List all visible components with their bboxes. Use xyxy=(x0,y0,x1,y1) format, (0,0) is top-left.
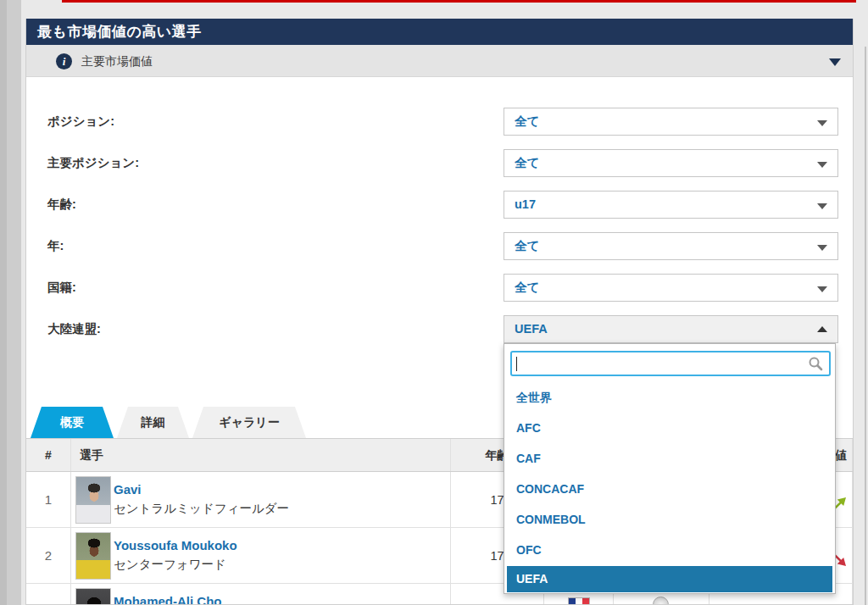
year-select-value: 全て xyxy=(504,233,837,259)
header-player: 選手 xyxy=(71,439,450,471)
main-position-select[interactable]: 全て xyxy=(504,149,838,177)
dropdown-search-box[interactable] xyxy=(510,351,831,376)
header-rank: # xyxy=(26,439,71,471)
player-age: 17 xyxy=(490,549,504,563)
flag-france-icon xyxy=(568,597,590,605)
info-bar-label: 主要市場価値 xyxy=(81,45,153,77)
tab-gallery[interactable]: ギャラリー xyxy=(192,407,306,438)
position-select-value: 全て xyxy=(504,108,837,135)
filter-label-age: 年齢: xyxy=(47,191,319,219)
confederation-dropdown: 全世界 AFC CAF CONCACAF CONMEBOL OFC UEFA xyxy=(504,343,836,594)
tab-detail[interactable]: 詳細 xyxy=(117,407,189,438)
chevron-down-icon xyxy=(817,286,827,292)
filter-label-confederation: 大陸連盟: xyxy=(47,315,319,343)
nationality-select-value: 全て xyxy=(504,275,837,301)
chevron-down-icon xyxy=(817,245,827,251)
confederation-select-value: UEFA xyxy=(504,316,837,342)
chevron-down-icon[interactable] xyxy=(829,58,841,66)
dropdown-option-concacaf[interactable]: CONCACAF xyxy=(504,474,835,504)
nationality-select[interactable]: 全て xyxy=(504,274,838,302)
player-photo[interactable] xyxy=(75,476,111,524)
info-bar[interactable]: i 主要市場価値 xyxy=(26,45,854,77)
confederation-select[interactable]: UEFA xyxy=(504,315,838,343)
dropdown-option-worldwide[interactable]: 全世界 xyxy=(504,382,835,413)
search-input[interactable] xyxy=(517,354,797,373)
player-photo[interactable] xyxy=(75,588,111,605)
filter-label-year: 年: xyxy=(47,232,319,260)
chevron-down-icon xyxy=(817,120,827,126)
player-name-link[interactable]: Youssoufa Moukoko xyxy=(114,538,237,552)
search-icon xyxy=(808,356,823,371)
age-select-value: u17 xyxy=(504,191,837,218)
club-badge-icon[interactable] xyxy=(653,597,669,605)
player-photo[interactable] xyxy=(75,532,111,580)
player-name-link[interactable]: Gavi xyxy=(114,482,142,497)
info-icon: i xyxy=(56,53,72,69)
year-select[interactable]: 全て xyxy=(504,232,838,260)
age-select[interactable]: u17 xyxy=(504,191,838,219)
dropdown-option-caf[interactable]: CAF xyxy=(504,443,835,474)
player-position: セントラルミッドフィールダー xyxy=(114,501,289,517)
player-position: センターフォワード xyxy=(114,557,226,573)
rank: 2 xyxy=(45,548,52,563)
filter-label-nationality: 国籍: xyxy=(47,274,319,302)
page-left-gutter xyxy=(0,0,21,605)
dropdown-option-afc[interactable]: AFC xyxy=(504,413,835,443)
dropdown-option-ofc[interactable]: OFC xyxy=(504,535,835,565)
chevron-down-icon xyxy=(817,162,827,168)
page-right-divider xyxy=(865,47,866,605)
chevron-down-icon xyxy=(817,203,827,209)
rank: 1 xyxy=(45,492,52,507)
player-name-link[interactable]: Mohamed-Ali Cho xyxy=(114,594,222,605)
chevron-up-icon xyxy=(817,326,827,332)
page-title: 最も市場価値の高い選手 xyxy=(26,19,854,45)
tab-overview[interactable]: 概要 xyxy=(31,407,114,438)
dropdown-option-uefa-selected[interactable]: UEFA xyxy=(507,566,832,592)
most-valuable-players-panel: 最も市場価値の高い選手 i 主要市場価値 ポジション: 全て 主要ポジション: … xyxy=(25,19,854,605)
main-position-select-value: 全て xyxy=(504,150,837,176)
filter-label-position: ポジション: xyxy=(47,108,319,136)
position-select[interactable]: 全て xyxy=(504,108,838,136)
dropdown-option-conmebol[interactable]: CONMEBOL xyxy=(504,504,835,535)
ad-banner-edge xyxy=(62,0,856,3)
player-age: 17 xyxy=(490,493,504,507)
filter-label-main-position: 主要ポジション: xyxy=(47,149,319,177)
